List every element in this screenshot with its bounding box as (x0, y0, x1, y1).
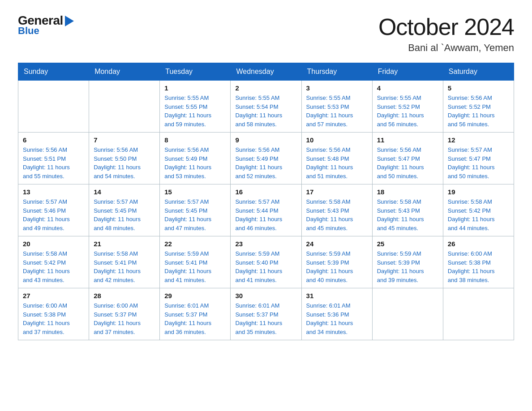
day-number: 9 (235, 136, 296, 144)
calendar-cell: 25Sunrise: 5:59 AMSunset: 5:39 PMDayligh… (372, 236, 443, 288)
day-info: Sunrise: 5:58 AMSunset: 5:43 PMDaylight:… (306, 197, 368, 232)
calendar-week-row: 6Sunrise: 5:56 AMSunset: 5:51 PMDaylight… (18, 133, 514, 184)
weekday-header: Wednesday (231, 63, 301, 81)
day-number: 23 (235, 240, 296, 248)
day-info: Sunrise: 5:59 AMSunset: 5:39 PMDaylight:… (377, 249, 438, 284)
calendar-cell: 18Sunrise: 5:58 AMSunset: 5:43 PMDayligh… (372, 184, 443, 236)
day-number: 20 (23, 240, 84, 248)
calendar-cell: 27Sunrise: 6:00 AMSunset: 5:38 PMDayligh… (18, 288, 89, 340)
logo: General Blue (18, 13, 74, 37)
day-info: Sunrise: 5:56 AMSunset: 5:52 PMDaylight:… (448, 94, 509, 128)
calendar-header-row: SundayMondayTuesdayWednesdayThursdayFrid… (18, 63, 514, 81)
calendar-cell: 23Sunrise: 5:59 AMSunset: 5:40 PMDayligh… (231, 236, 301, 288)
day-number: 11 (377, 136, 438, 144)
calendar-cell: 12Sunrise: 5:57 AMSunset: 5:47 PMDayligh… (443, 133, 514, 184)
calendar-cell: 14Sunrise: 5:57 AMSunset: 5:45 PMDayligh… (89, 184, 160, 236)
day-number: 7 (94, 136, 155, 144)
weekday-header: Tuesday (160, 63, 231, 81)
calendar-cell: 11Sunrise: 5:56 AMSunset: 5:47 PMDayligh… (372, 133, 443, 184)
day-info: Sunrise: 5:56 AMSunset: 5:47 PMDaylight:… (377, 146, 438, 180)
day-number: 26 (448, 240, 509, 248)
calendar-cell (443, 288, 514, 340)
day-number: 10 (306, 136, 368, 144)
calendar-cell: 21Sunrise: 5:58 AMSunset: 5:41 PMDayligh… (89, 236, 160, 288)
page-subtitle: Bani al `Awwam, Yemen (378, 42, 514, 54)
day-number: 30 (235, 292, 296, 300)
day-number: 2 (235, 84, 296, 92)
weekday-header: Saturday (443, 63, 514, 81)
calendar-cell: 13Sunrise: 5:57 AMSunset: 5:46 PMDayligh… (18, 184, 89, 236)
day-info: Sunrise: 6:00 AMSunset: 5:37 PMDaylight:… (94, 301, 155, 336)
title-block: October 2024 Bani al `Awwam, Yemen (378, 13, 514, 54)
calendar-cell: 9Sunrise: 5:56 AMSunset: 5:49 PMDaylight… (231, 133, 301, 184)
calendar-cell: 17Sunrise: 5:58 AMSunset: 5:43 PMDayligh… (301, 184, 372, 236)
day-info: Sunrise: 5:57 AMSunset: 5:45 PMDaylight:… (94, 197, 155, 232)
weekday-header: Monday (89, 63, 160, 81)
day-number: 13 (23, 188, 84, 196)
day-info: Sunrise: 5:59 AMSunset: 5:41 PMDaylight:… (164, 249, 226, 284)
calendar-week-row: 1Sunrise: 5:55 AMSunset: 5:55 PMDaylight… (18, 81, 514, 133)
day-number: 14 (94, 188, 155, 196)
day-info: Sunrise: 5:59 AMSunset: 5:39 PMDaylight:… (306, 249, 368, 284)
calendar-cell: 8Sunrise: 5:56 AMSunset: 5:49 PMDaylight… (160, 133, 231, 184)
day-number: 25 (377, 240, 438, 248)
calendar-week-row: 20Sunrise: 5:58 AMSunset: 5:42 PMDayligh… (18, 236, 514, 288)
calendar-cell: 10Sunrise: 5:56 AMSunset: 5:48 PMDayligh… (301, 133, 372, 184)
calendar-table: SundayMondayTuesdayWednesdayThursdayFrid… (18, 63, 514, 340)
day-info: Sunrise: 5:55 AMSunset: 5:54 PMDaylight:… (235, 94, 296, 128)
calendar-cell: 28Sunrise: 6:00 AMSunset: 5:37 PMDayligh… (89, 288, 160, 340)
calendar-cell: 3Sunrise: 5:55 AMSunset: 5:53 PMDaylight… (301, 81, 372, 133)
day-number: 31 (306, 292, 368, 300)
day-info: Sunrise: 5:58 AMSunset: 5:42 PMDaylight:… (448, 197, 509, 232)
calendar-cell: 24Sunrise: 5:59 AMSunset: 5:39 PMDayligh… (301, 236, 372, 288)
day-info: Sunrise: 5:59 AMSunset: 5:40 PMDaylight:… (235, 249, 296, 284)
day-number: 22 (164, 240, 226, 248)
day-number: 17 (306, 188, 368, 196)
day-number: 4 (377, 84, 438, 92)
calendar-cell: 22Sunrise: 5:59 AMSunset: 5:41 PMDayligh… (160, 236, 231, 288)
calendar-cell: 30Sunrise: 6:01 AMSunset: 5:37 PMDayligh… (231, 288, 301, 340)
calendar-cell: 29Sunrise: 6:01 AMSunset: 5:37 PMDayligh… (160, 288, 231, 340)
calendar-cell: 7Sunrise: 5:56 AMSunset: 5:50 PMDaylight… (89, 133, 160, 184)
day-number: 18 (377, 188, 438, 196)
day-info: Sunrise: 5:58 AMSunset: 5:41 PMDaylight:… (94, 249, 155, 284)
day-number: 21 (94, 240, 155, 248)
day-number: 27 (23, 292, 84, 300)
day-info: Sunrise: 6:01 AMSunset: 5:36 PMDaylight:… (306, 301, 368, 336)
day-info: Sunrise: 5:58 AMSunset: 5:43 PMDaylight:… (377, 197, 438, 232)
day-number: 28 (94, 292, 155, 300)
day-info: Sunrise: 5:57 AMSunset: 5:47 PMDaylight:… (448, 146, 509, 180)
day-info: Sunrise: 6:01 AMSunset: 5:37 PMDaylight:… (235, 301, 296, 336)
calendar-week-row: 13Sunrise: 5:57 AMSunset: 5:46 PMDayligh… (18, 184, 514, 236)
page-title: October 2024 (378, 13, 514, 40)
day-number: 29 (164, 292, 226, 300)
calendar-cell: 2Sunrise: 5:55 AMSunset: 5:54 PMDaylight… (231, 81, 301, 133)
day-info: Sunrise: 5:57 AMSunset: 5:44 PMDaylight:… (235, 197, 296, 232)
day-number: 1 (164, 84, 226, 92)
calendar-cell: 1Sunrise: 5:55 AMSunset: 5:55 PMDaylight… (160, 81, 231, 133)
calendar-cell: 4Sunrise: 5:55 AMSunset: 5:52 PMDaylight… (372, 81, 443, 133)
weekday-header: Sunday (18, 63, 89, 81)
calendar-cell: 16Sunrise: 5:57 AMSunset: 5:44 PMDayligh… (231, 184, 301, 236)
calendar-cell: 26Sunrise: 6:00 AMSunset: 5:38 PMDayligh… (443, 236, 514, 288)
day-number: 24 (306, 240, 368, 248)
calendar-cell: 6Sunrise: 5:56 AMSunset: 5:51 PMDaylight… (18, 133, 89, 184)
day-info: Sunrise: 5:55 AMSunset: 5:53 PMDaylight:… (306, 94, 368, 128)
day-number: 8 (164, 136, 226, 144)
calendar-cell (372, 288, 443, 340)
day-info: Sunrise: 5:55 AMSunset: 5:52 PMDaylight:… (377, 94, 438, 128)
logo-arrow-icon (65, 16, 74, 26)
weekday-header: Thursday (301, 63, 372, 81)
calendar-cell: 15Sunrise: 5:57 AMSunset: 5:45 PMDayligh… (160, 184, 231, 236)
day-info: Sunrise: 5:56 AMSunset: 5:50 PMDaylight:… (94, 146, 155, 180)
calendar-cell (18, 81, 89, 133)
calendar-cell: 5Sunrise: 5:56 AMSunset: 5:52 PMDaylight… (443, 81, 514, 133)
day-info: Sunrise: 6:00 AMSunset: 5:38 PMDaylight:… (23, 301, 84, 336)
calendar-cell: 19Sunrise: 5:58 AMSunset: 5:42 PMDayligh… (443, 184, 514, 236)
day-info: Sunrise: 5:55 AMSunset: 5:55 PMDaylight:… (164, 94, 226, 128)
day-info: Sunrise: 6:00 AMSunset: 5:38 PMDaylight:… (448, 249, 509, 284)
day-number: 6 (23, 136, 84, 144)
day-info: Sunrise: 5:57 AMSunset: 5:46 PMDaylight:… (23, 197, 84, 232)
day-info: Sunrise: 5:56 AMSunset: 5:51 PMDaylight:… (23, 146, 84, 180)
day-info: Sunrise: 6:01 AMSunset: 5:37 PMDaylight:… (164, 301, 226, 336)
